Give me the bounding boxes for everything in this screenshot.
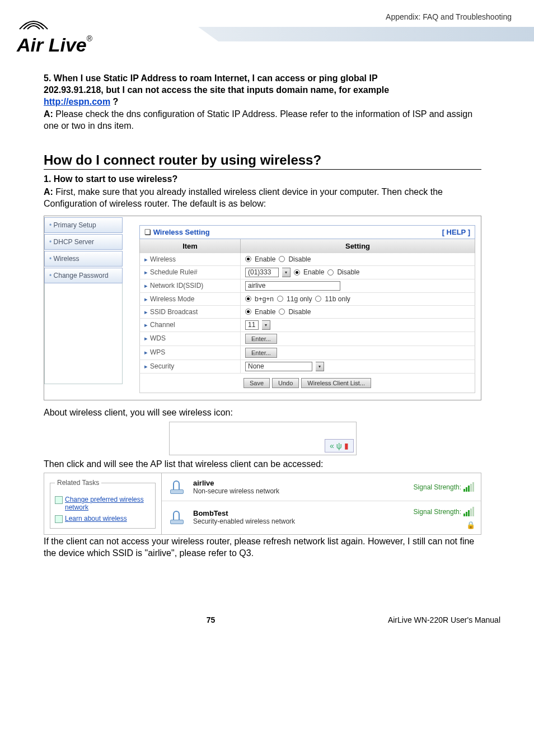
panel-title-icon: ❏ (144, 228, 151, 236)
mode-11b-radio[interactable] (315, 296, 321, 302)
manual-title: AirLive WN-220R User's Manual (388, 615, 500, 624)
page-number: 75 (207, 615, 216, 624)
schedule-select[interactable]: (01)333 (245, 268, 279, 277)
schedule-disable-text: Disable (337, 268, 359, 276)
logo-arcs-icon (17, 17, 92, 34)
sidebar-spacer (44, 283, 123, 384)
wireless-enable-text: Enable (255, 255, 275, 263)
sidebar-item-wireless[interactable]: Wireless (44, 251, 123, 267)
panel-title: ❏ Wireless Setting (144, 228, 210, 236)
sidebar-item-primary[interactable]: Primary Setup (44, 217, 123, 233)
row-schedule: Schedule Rule# (01)333▾ Enable Disable (139, 266, 475, 279)
table-header: Item Setting (139, 239, 475, 253)
section-heading: How do I connect router by using wireles… (44, 152, 481, 170)
page-content: 5. When I use Static IP Address to roam … (0, 62, 504, 576)
clientlist-button[interactable]: Wireless Client List... (301, 378, 371, 388)
security-dropdown-icon[interactable]: ▾ (316, 362, 324, 371)
related-tasks-fieldset: Related Tasks Change preferred wireless … (50, 479, 156, 529)
change-preferred-link[interactable]: Change preferred wireless network (65, 496, 151, 511)
q5-suffix: ? (110, 97, 118, 106)
schedule-enable-radio[interactable] (294, 269, 300, 276)
label-broadcast: SSID Broadcast (140, 306, 241, 318)
tray-icons: « ψ ▮ (325, 439, 354, 452)
panel-header: ❏ Wireless Setting [ HELP ] (139, 225, 475, 239)
wireless-panel: ❏ Wireless Setting [ HELP ] Item Setting… (139, 225, 475, 393)
schedule-dropdown-icon[interactable]: ▾ (282, 268, 291, 277)
wireless-enable-radio[interactable] (245, 256, 251, 262)
row-ssid: Network ID(SSID) airlive (139, 279, 475, 293)
tray-wifi-icon: ▮ (344, 441, 349, 450)
appendix-label: Appendix: FAQ and Troubleshooting (386, 12, 512, 21)
row-wds: WDS Enter... (139, 332, 475, 346)
broadcast-enable-text: Enable (255, 308, 275, 316)
label-mode: Wireless Mode (140, 293, 241, 305)
q5-line1: 5. When I use Static IP Address to roam … (44, 73, 481, 85)
q1-answer-text: First, make sure that you already instal… (44, 187, 443, 208)
ap-sub: Security-enabled wireless network (193, 517, 407, 525)
wireless-disable-radio[interactable] (279, 256, 285, 262)
label-wds: WDS (140, 332, 241, 346)
undo-button[interactable]: Undo (272, 378, 299, 388)
text-after-fig2: Then click and will see the AP list that… (44, 459, 481, 470)
mode-bgn-radio[interactable] (245, 296, 251, 302)
signal-bars-icon (463, 482, 474, 492)
row-security: Security None▾ (139, 360, 475, 374)
wds-enter-button[interactable]: Enter... (245, 334, 277, 344)
logo-reg: ® (87, 34, 92, 43)
channel-select[interactable]: 11 (245, 320, 259, 330)
ap-row-airlive[interactable]: airlive Non-secure wireless network Sign… (162, 473, 481, 501)
logo-text: Air Live (17, 34, 87, 55)
ssid-input[interactable]: airlive (245, 281, 340, 291)
q5-line2: 202.93.91.218, but I can not access the … (44, 85, 481, 96)
q5-answer: A: Please check the dns configuration of… (44, 109, 481, 132)
q1-title: 1. How to start to use wireless? (44, 174, 481, 184)
ap-name: airlive (193, 479, 407, 487)
security-select[interactable]: None (245, 362, 312, 371)
save-button[interactable]: Save (243, 378, 270, 388)
help-link[interactable]: [ HELP ] (442, 228, 470, 236)
ap-list: airlive Non-secure wireless network Sign… (161, 473, 481, 535)
tray-figure-wrap: « ψ ▮ (44, 422, 481, 455)
signal-strength: Signal Strength: (414, 507, 474, 516)
wifi-icon (168, 510, 186, 525)
wps-enter-button[interactable]: Enter... (245, 348, 277, 358)
airlive-logo: Air Live® (17, 17, 92, 56)
q1-answer-label: A: (44, 187, 53, 197)
broadcast-disable-radio[interactable] (279, 309, 285, 315)
header-decoration (198, 27, 534, 41)
espn-link[interactable]: http://espn.com (44, 97, 110, 106)
sidebar-item-dhcp[interactable]: DHCP Server (44, 234, 123, 250)
sig-label: Signal Strength: (414, 483, 461, 491)
text-after-fig3: If the client can not access your wirele… (44, 536, 481, 559)
sidebar-item-changepw[interactable]: Change Password (44, 268, 123, 283)
q5-line2-pre: 202.93.91.218, but I can not access the … (44, 85, 389, 95)
channel-dropdown-icon[interactable]: ▾ (262, 320, 270, 330)
signal-strength: Signal Strength: (414, 482, 474, 492)
panel-button-row: Save Undo Wireless Client List... (139, 374, 475, 393)
mode-bgn-text: b+g+n (255, 295, 274, 303)
ap-name: BombTest (193, 509, 407, 517)
label-schedule: Schedule Rule# (140, 266, 241, 279)
lock-icon (466, 520, 474, 528)
learn-wireless-link[interactable]: Learn about wireless (65, 515, 151, 522)
ap-row-bombtest[interactable]: BombTest Security-enabled wireless netwo… (162, 501, 481, 533)
label-channel: Channel (140, 319, 241, 332)
mode-11g-radio[interactable] (277, 296, 283, 302)
q5-linkline: http://espn.com ? (44, 96, 481, 108)
label-wps: WPS (140, 346, 241, 360)
q5-answer-text: Please check the dns configuration of St… (44, 109, 472, 130)
sig-label: Signal Strength: (414, 508, 461, 516)
row-wireless: Wireless Enable Disable (139, 253, 475, 266)
mode-11b-text: 11b only (325, 295, 350, 303)
wifi-icon (168, 479, 186, 495)
schedule-disable-radio[interactable] (327, 269, 334, 276)
row-mode: Wireless Mode b+g+n 11g only 11b only (139, 293, 475, 306)
signal-bars-icon (463, 507, 474, 516)
label-ssid: Network ID(SSID) (140, 279, 241, 292)
related-tasks-panel: Related Tasks Change preferred wireless … (44, 473, 161, 535)
broadcast-enable-radio[interactable] (245, 309, 251, 315)
schedule-enable-text: Enable (303, 268, 324, 276)
panel-title-text: Wireless Setting (153, 228, 210, 236)
ap-info: BombTest Security-enabled wireless netwo… (193, 509, 407, 525)
ap-list-figure: Related Tasks Change preferred wireless … (44, 473, 481, 535)
